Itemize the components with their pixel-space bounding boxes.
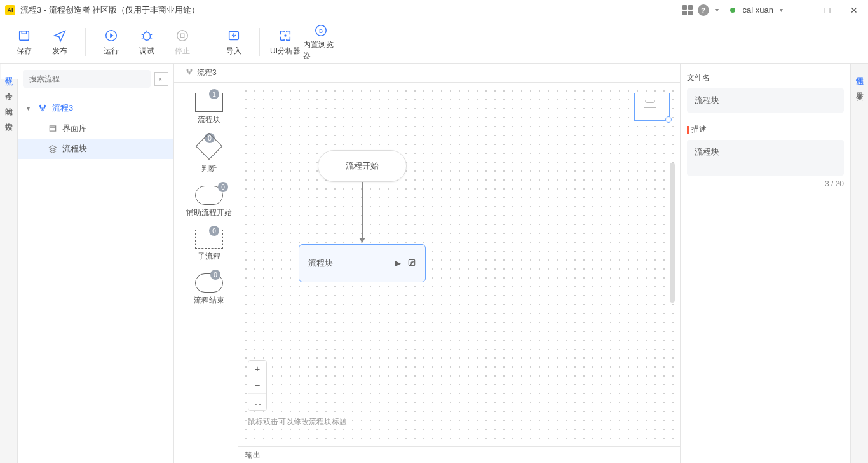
save-button[interactable]: 保存 <box>6 23 42 61</box>
close-button[interactable]: ✕ <box>845 1 863 19</box>
palette-badge: 0 <box>210 270 220 280</box>
palette-label: 流程块 <box>198 114 220 125</box>
toolbar: 保存 发布 运行 调试 停止 导入 UI分析器 B 内置浏览器 <box>0 20 868 64</box>
filename-field[interactable]: 流程块 <box>687 88 844 113</box>
tree-item-library[interactable]: 界面库 <box>18 118 173 139</box>
tree-root[interactable]: ▾ 流程3 <box>18 98 173 118</box>
svg-point-14 <box>191 69 192 71</box>
svg-rect-4 <box>180 34 184 38</box>
import-label: 导入 <box>226 46 241 57</box>
debug-button[interactable]: 调试 <box>129 23 165 61</box>
tree-item-label: 界面库 <box>62 123 87 134</box>
run-label: 运行 <box>104 46 119 57</box>
tree-item-block[interactable]: 流程块 <box>18 139 173 159</box>
left-rail: 流程 命令 时间线 搜索 <box>0 64 18 463</box>
output-label: 输出 <box>245 450 261 460</box>
palette-badge: 0 <box>209 226 219 236</box>
analyzer-icon <box>278 27 292 45</box>
app-logo-icon: AI <box>5 5 15 15</box>
stop-label: 停止 <box>175 46 190 57</box>
block-node-label: 流程块 <box>308 258 333 269</box>
palette-subflow[interactable]: 0 子流程 <box>195 230 223 262</box>
svg-rect-16 <box>409 259 414 265</box>
minimize-button[interactable]: — <box>792 1 810 19</box>
window-title: 流程3 - 流程创造者 社区版（仅用于非商业用途） <box>20 4 200 16</box>
flow-canvas[interactable]: 流程开始 流程块 ▶ + − ⛶ <box>241 86 676 443</box>
svg-point-11 <box>42 109 43 111</box>
svg-rect-0 <box>20 31 29 41</box>
svg-point-15 <box>189 73 190 74</box>
palette-aux-start[interactable]: 0 辅助流程开始 <box>186 186 232 218</box>
library-icon <box>48 124 57 133</box>
browser-label: 内置浏览器 <box>303 39 339 61</box>
char-counter: 3 / 20 <box>687 179 844 188</box>
connector-arrow[interactable] <box>362 182 363 242</box>
start-node[interactable]: 流程开始 <box>318 150 407 182</box>
canvas-hint: 鼠标双击可以修改流程块标题 <box>248 417 347 427</box>
tab-flow[interactable]: 流程 <box>1 64 18 79</box>
canvas-scrollbar[interactable] <box>670 163 675 303</box>
analyzer-button[interactable]: UI分析器 <box>268 23 303 61</box>
start-node-label: 流程开始 <box>346 160 379 172</box>
filename-label: 文件名 <box>687 73 710 83</box>
desc-field[interactable]: 流程块 <box>687 140 844 176</box>
run-button[interactable]: 运行 <box>93 23 129 61</box>
palette-decision[interactable]: 0 判断 <box>200 137 219 174</box>
svg-point-9 <box>39 105 41 106</box>
help-icon[interactable]: ? <box>698 4 709 16</box>
editor-tabbar: 流程3 <box>174 64 680 83</box>
layers-icon <box>48 144 57 153</box>
svg-point-10 <box>44 105 45 106</box>
maximize-button[interactable]: □ <box>818 1 836 19</box>
svg-point-6 <box>285 35 286 36</box>
palette-end[interactable]: 0 流程结束 <box>194 273 224 306</box>
palette-label: 流程结束 <box>194 295 224 306</box>
block-node[interactable]: 流程块 ▶ <box>299 244 426 282</box>
username[interactable]: cai xuan <box>743 5 773 15</box>
import-icon <box>227 27 241 45</box>
tab-properties[interactable]: 属性 <box>851 64 867 79</box>
zoom-in-button[interactable]: + <box>248 361 266 377</box>
tab-search[interactable]: 搜索 <box>1 109 17 125</box>
titlebar: AI 流程3 - 流程创造者 社区版（仅用于非商业用途） ? ▾ cai xua… <box>0 0 868 20</box>
edit-icon[interactable] <box>407 258 416 269</box>
help-chevron-icon: ▾ <box>715 6 719 13</box>
play-icon[interactable]: ▶ <box>395 258 401 269</box>
publish-label: 发布 <box>52 46 67 57</box>
editor-tab[interactable]: 流程3 <box>179 64 223 82</box>
save-icon <box>17 27 31 45</box>
tab-variables[interactable]: 变量 <box>851 79 867 94</box>
svg-point-13 <box>187 69 188 71</box>
svg-point-3 <box>177 31 188 41</box>
collapse-tree-button[interactable]: ⇤ <box>154 72 168 86</box>
tab-timeline[interactable]: 时间线 <box>1 94 17 109</box>
palette-label: 辅助流程开始 <box>186 207 232 218</box>
import-button[interactable]: 导入 <box>216 23 252 61</box>
zoom-out-button[interactable]: − <box>248 377 266 394</box>
publish-icon <box>53 27 67 45</box>
palette-label: 子流程 <box>198 251 220 262</box>
node-palette: 1 流程块 0 判断 0 辅助流程开始 0 子流程 <box>180 83 238 463</box>
flow-icon <box>38 104 47 113</box>
minimap[interactable] <box>634 93 670 121</box>
browser-button[interactable]: B 内置浏览器 <box>303 23 339 61</box>
apps-icon[interactable] <box>682 5 693 15</box>
flow-tab-icon <box>186 68 193 78</box>
user-chevron-icon: ▾ <box>780 6 783 13</box>
zoom-controls: + − ⛶ <box>248 360 267 411</box>
stop-button: 停止 <box>165 23 200 61</box>
publish-button[interactable]: 发布 <box>42 23 78 61</box>
tab-command[interactable]: 命令 <box>1 79 17 94</box>
output-bar[interactable]: 输出 <box>238 446 680 463</box>
fit-screen-button[interactable]: ⛶ <box>248 394 266 410</box>
properties-panel: 文件名 流程块 描述 流程块 3 / 20 <box>680 64 850 463</box>
palette-block[interactable]: 1 流程块 <box>195 93 223 125</box>
search-input[interactable] <box>23 70 151 88</box>
palette-badge: 1 <box>209 89 219 99</box>
flow-tree-panel: ⇤ ▾ 流程3 界面库 流程块 <box>18 64 174 463</box>
svg-rect-12 <box>50 126 55 131</box>
required-icon <box>687 126 689 134</box>
palette-badge: 0 <box>218 182 228 192</box>
debug-label: 调试 <box>139 46 154 57</box>
save-label: 保存 <box>17 46 32 57</box>
